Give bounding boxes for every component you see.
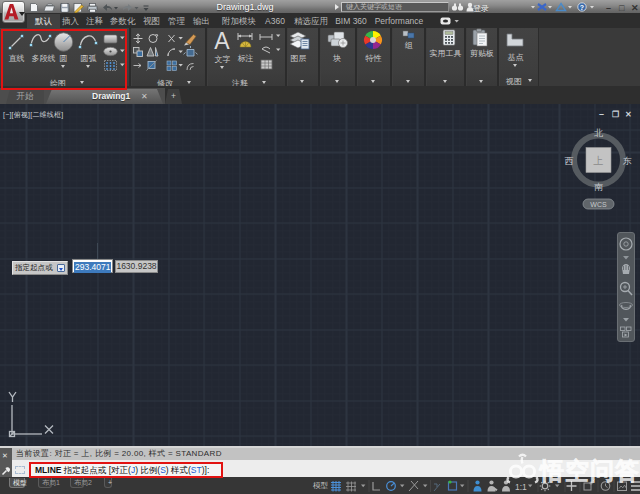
svg-text:上: 上: [593, 155, 604, 166]
svg-text:东: 东: [622, 156, 632, 166]
svg-text:南: 南: [594, 182, 603, 192]
svg-text:北: 北: [594, 128, 603, 138]
svg-text:西: 西: [565, 156, 574, 166]
svg-text:悟空问答: 悟空问答: [538, 457, 640, 484]
svg-text:?: ?: [580, 4, 584, 11]
svg-text:WCS: WCS: [590, 201, 607, 208]
